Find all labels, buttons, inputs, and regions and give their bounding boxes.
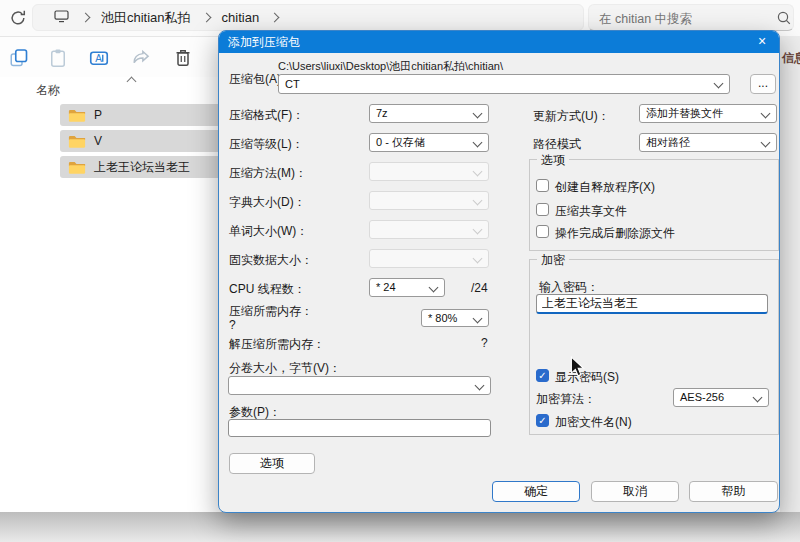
memory-decompress-label: 解压缩所需内存：	[229, 336, 325, 353]
help-button[interactable]: 帮助	[689, 481, 778, 502]
list-item-label: V	[94, 134, 102, 148]
chevron-down-icon	[473, 225, 483, 235]
encryption-group-title: 加密	[537, 252, 569, 269]
search-box	[588, 4, 794, 31]
solid-size-combobox	[369, 249, 489, 268]
shared-files-checkbox[interactable]	[536, 203, 549, 216]
cpu-threads-value: * 24	[376, 281, 396, 293]
word-size-combobox	[369, 220, 489, 239]
path-mode-combobox[interactable]: 相对路径	[639, 133, 777, 152]
memory-compress-unknown: ?	[229, 318, 236, 332]
refresh-icon[interactable]	[9, 9, 27, 27]
search-icon[interactable]	[776, 10, 792, 26]
word-size-label: 单词大小(W)：	[229, 223, 308, 240]
breadcrumb-item[interactable]: chitian	[222, 10, 260, 25]
volume-size-label: 分卷大小，字节(V)：	[229, 360, 341, 377]
encryption-method-value: AES-256	[680, 391, 724, 403]
chevron-down-icon	[473, 314, 483, 324]
options-group-title: 选项	[537, 152, 569, 169]
list-item-label: P	[94, 108, 102, 122]
level-combobox[interactable]: 0 - 仅存储	[369, 133, 489, 152]
chevron-down-icon	[761, 109, 771, 119]
breadcrumb-item[interactable]: 池田chitian私拍	[101, 9, 191, 27]
format-label: 压缩格式(F)：	[229, 107, 304, 124]
path-mode-label: 路径模式	[533, 136, 581, 153]
delete-after-checkbox[interactable]	[536, 225, 549, 238]
encryption-method-combobox[interactable]: AES-256	[673, 388, 769, 407]
search-input[interactable]	[597, 8, 761, 29]
cpu-threads-combobox[interactable]: * 24	[369, 278, 445, 297]
show-password-checkbox[interactable]	[536, 369, 549, 382]
update-mode-label: 更新方式(U)：	[533, 108, 610, 125]
memory-compress-combobox[interactable]: * 80%	[421, 309, 489, 327]
memory-compress-value: * 80%	[428, 312, 457, 324]
path-mode-value: 相对路径	[646, 136, 690, 148]
column-header-name[interactable]: 名称	[36, 82, 60, 99]
encrypt-filenames-checkbox[interactable]	[536, 414, 549, 427]
details-pane-label: 信息	[782, 50, 800, 67]
update-mode-combobox[interactable]: 添加并替换文件	[639, 104, 777, 123]
memory-compress-label: 压缩所需内存：	[229, 303, 313, 320]
list-item-label: 上老王论坛当老王	[94, 159, 190, 176]
mouse-cursor-icon	[570, 356, 586, 378]
archive-name-combobox[interactable]: CT	[278, 74, 730, 94]
cpu-threads-label: CPU 线程数：	[229, 281, 306, 298]
folder-icon	[68, 134, 86, 149]
archive-name-value: CT	[285, 78, 300, 90]
dialog-title: 添加到压缩包	[219, 34, 300, 51]
dictionary-combobox	[369, 191, 489, 210]
breadcrumb-chevron-icon	[81, 13, 91, 23]
browse-button[interactable]: ...	[750, 74, 776, 94]
sfx-checkbox-label[interactable]: 创建自释放程序(X)	[555, 179, 655, 196]
level-value: 0 - 仅存储	[376, 136, 425, 148]
memory-decompress-value: ?	[481, 336, 488, 350]
chevron-down-icon	[473, 254, 483, 264]
close-icon[interactable]: ×	[745, 31, 779, 53]
method-combobox	[369, 162, 489, 181]
desktop-strip	[0, 512, 800, 542]
method-label: 压缩方法(M)：	[229, 165, 307, 182]
update-mode-value: 添加并替换文件	[646, 107, 723, 119]
shared-files-checkbox-label[interactable]: 压缩共享文件	[555, 203, 627, 220]
paste-icon	[48, 48, 68, 68]
delete-after-checkbox-label[interactable]: 操作完成后删除源文件	[555, 225, 675, 242]
add-to-archive-dialog: 添加到压缩包 × 压缩包(A)： C:\Users\liuxi\Desktop\…	[218, 30, 780, 513]
share-icon	[131, 48, 151, 68]
archive-path: C:\Users\liuxi\Desktop\池田chitian私拍\chiti…	[278, 59, 503, 74]
breadcrumb: 池田chitian私拍 chitian	[32, 4, 584, 31]
sort-ascending-icon	[127, 77, 137, 87]
chevron-down-icon	[753, 393, 763, 403]
chevron-down-icon	[429, 283, 439, 293]
copy-icon[interactable]	[9, 48, 29, 68]
sfx-checkbox[interactable]	[536, 179, 549, 192]
cpu-threads-max: /24	[471, 281, 488, 295]
folder-icon	[68, 160, 86, 175]
options-button[interactable]: 选项	[229, 453, 315, 474]
chevron-down-icon	[475, 381, 485, 391]
dictionary-label: 字典大小(D)：	[229, 194, 306, 211]
level-label: 压缩等级(L)：	[229, 136, 304, 153]
solid-size-label: 固实数据大小：	[229, 252, 313, 269]
screen: 池田chitian私拍 chitian A 名称	[0, 0, 800, 542]
chevron-down-icon	[473, 167, 483, 177]
cancel-button[interactable]: 取消	[591, 481, 679, 502]
encryption-method-label: 加密算法：	[536, 391, 596, 408]
show-password-label[interactable]: 显示密码(S)	[555, 369, 619, 386]
rename-icon[interactable]: A	[89, 48, 109, 68]
chevron-down-icon	[473, 138, 483, 148]
parameters-input[interactable]	[228, 419, 491, 437]
chevron-down-icon	[714, 79, 724, 89]
password-input[interactable]	[536, 294, 768, 314]
this-pc-icon[interactable]	[53, 8, 70, 28]
encrypt-filenames-label[interactable]: 加密文件名(N)	[555, 414, 632, 431]
ok-button[interactable]: 确定	[492, 481, 580, 502]
format-value: 7z	[376, 107, 388, 119]
breadcrumb-chevron-icon	[201, 13, 211, 23]
dialog-titlebar: 添加到压缩包 ×	[219, 31, 779, 53]
chevron-down-icon	[473, 196, 483, 206]
format-combobox[interactable]: 7z	[369, 104, 489, 123]
chevron-down-icon	[473, 109, 483, 119]
delete-icon[interactable]	[173, 48, 193, 68]
volume-size-combobox[interactable]	[228, 376, 491, 395]
chevron-down-icon	[761, 138, 771, 148]
